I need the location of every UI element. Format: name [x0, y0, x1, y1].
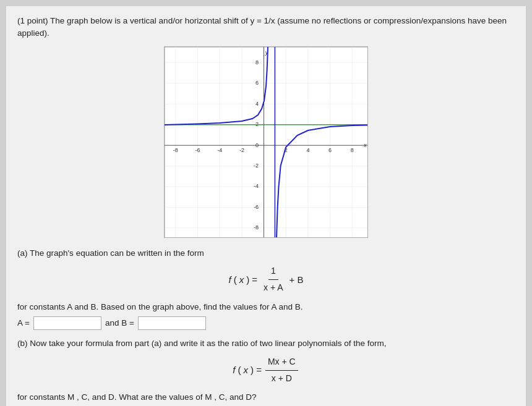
svg-text:-2: -2 — [239, 147, 244, 153]
svg-text:0: 0 — [255, 142, 259, 148]
svg-text:8: 8 — [255, 59, 259, 66]
svg-text:4: 4 — [306, 147, 309, 153]
part-a-inputs: A = and B = — [17, 316, 515, 331]
svg-text:-4: -4 — [217, 147, 222, 153]
header-line1: (1 point) The graph below is a vertical … — [17, 16, 507, 25]
svg-text:-2: -2 — [254, 163, 259, 169]
numer-a: 1 — [268, 264, 278, 280]
b-input[interactable] — [138, 316, 206, 330]
fraction-b: Mx + C x + D — [265, 355, 298, 386]
svg-text:-6: -6 — [195, 147, 200, 153]
graph-container: -8 -6 -4 -2 2 4 6 8 x 0 2 4 6 8 -2 -4 — [17, 46, 515, 238]
part-b-intro: (b) Now take your formula from part (a) … — [17, 337, 515, 351]
numer-b: Mx + C — [265, 355, 298, 371]
part-b-for-constants: for constants M , C, and D. What are the… — [17, 391, 515, 405]
graph: -8 -6 -4 -2 2 4 6 8 x 0 2 4 6 8 -2 -4 — [164, 46, 368, 238]
svg-text:4: 4 — [255, 101, 259, 107]
part-b-section: (b) Now take your formula from part (a) … — [17, 337, 515, 406]
denom-b: x + D — [269, 371, 294, 386]
question-header: (1 point) The graph below is a vertical … — [17, 15, 515, 40]
svg-text:-4: -4 — [254, 183, 259, 189]
svg-text:6: 6 — [328, 147, 332, 153]
svg-text:8: 8 — [351, 147, 354, 153]
fraction-a: 1 x + A — [261, 264, 286, 295]
part-a-intro: (a) The graph's equation can be written … — [17, 247, 515, 261]
svg-text:x: x — [363, 142, 367, 148]
svg-text:6: 6 — [255, 80, 259, 86]
svg-text:-8: -8 — [254, 224, 259, 230]
formula-b-inline: f(x) = Mx + C x + D — [233, 355, 299, 386]
graph-svg: -8 -6 -4 -2 2 4 6 8 x 0 2 4 6 8 -2 -4 — [165, 47, 368, 238]
part-a-formula: f(x) = 1 x + A + B — [17, 264, 515, 295]
svg-text:-8: -8 — [173, 147, 178, 153]
part-a-section: (a) The graph's equation can be written … — [17, 247, 515, 331]
a-input[interactable] — [33, 316, 101, 330]
part-a-for-constants: for constants A and B. Based on the grap… — [17, 300, 515, 315]
and-b-label: and B = — [105, 316, 134, 331]
header-line2: applied). — [17, 28, 49, 38]
page: (1 point) The graph below is a vertical … — [6, 6, 526, 406]
plus-b: + B — [290, 272, 304, 288]
part-b-formula: f(x) = Mx + C x + D — [17, 355, 515, 386]
formula-inline: f(x) = 1 x + A + B — [228, 264, 303, 295]
svg-text:-6: -6 — [254, 204, 259, 210]
denom-a: x + A — [261, 280, 286, 295]
a-label: A = — [17, 316, 30, 331]
